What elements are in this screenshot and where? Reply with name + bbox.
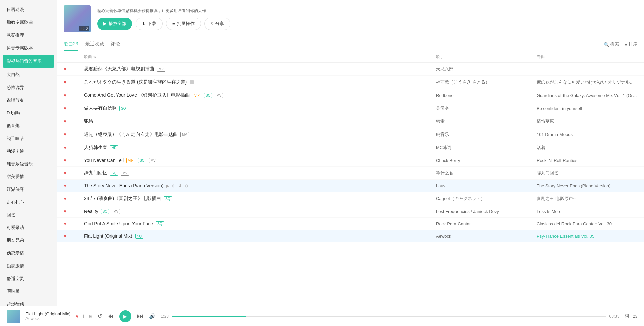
like-icon-7[interactable]: ♥ xyxy=(64,145,66,150)
lyrics-icon[interactable]: 词 xyxy=(625,313,629,319)
sidebar-item-rap[interactable]: 说唱节奏 xyxy=(0,94,57,107)
like-icon-1[interactable]: ♥ xyxy=(64,66,66,72)
sidebar-item-fake-love[interactable]: 伪恋爱情 xyxy=(0,247,57,260)
like-icon-14[interactable]: ♥ xyxy=(64,233,66,239)
tab-recent[interactable]: 最近收藏 xyxy=(85,38,104,51)
song-title-area-1: 思君黯然《天龙八部》电视剧插曲 MV xyxy=(84,66,436,72)
loop-button[interactable]: ↺ xyxy=(98,313,102,319)
sidebar-item-sweet[interactable]: 甜美爱情 xyxy=(0,170,57,183)
song-number-7: ♥ xyxy=(64,145,84,150)
sidebar-item-horror[interactable]: 恐怖诡异 xyxy=(0,81,57,94)
table-row[interactable]: ♥ 24 / 7 (演奏曲)《喜剧之王》电影插曲 SQ Cagnet（キャグネッ… xyxy=(57,192,644,205)
play-pause-button[interactable]: ▶ xyxy=(119,310,131,322)
total-time: 08:33 xyxy=(609,314,620,319)
song-artist-2: 神前暁（こうさき さとる） xyxy=(436,79,537,85)
song-title-area-3: Come And Get Your Love 《银河护卫队》电影插曲 VIPSQ… xyxy=(84,92,436,98)
table-row[interactable]: ♥ これがオタクの生きる道 (这是御宅族的生存之道) E 神前暁（こうさき さと… xyxy=(57,76,644,89)
sidebar-item-tongue[interactable]: 绕舌嘻哈 xyxy=(0,132,57,145)
song-artist-8: Chuck Berry xyxy=(436,158,537,163)
sidebar-item-wuxia[interactable]: 江湖侠客 xyxy=(0,183,57,196)
table-row[interactable]: ♥ 思君黯然《天龙八部》电视剧插曲 MV 天龙八部 xyxy=(57,63,644,76)
sidebar-item-deep[interactable]: 超燃律感 xyxy=(0,298,57,306)
table-row[interactable]: ♥ 遇见（钢琴版）《向左走向右走》电影主题曲 MV 纯音乐 101 Drama … xyxy=(57,128,644,141)
download-button[interactable]: ⬇ 下载 xyxy=(136,18,163,30)
album-description: 精心完善歌单信息有机会获得推荐，让更多用户看到你的大作 xyxy=(97,8,637,14)
like-icon-5[interactable]: ♥ xyxy=(64,119,66,124)
table-row[interactable]: ♥ Come And Get Your Love 《银河护卫队》电影插曲 VIP… xyxy=(57,89,644,102)
table-row[interactable]: ♥ You Never Can Tell VIPSQMV Chuck Berry… xyxy=(57,154,644,167)
like-icon-10[interactable]: ♥ xyxy=(64,183,66,188)
song-title-11: 24 / 7 (演奏曲)《喜剧之王》电影插曲 xyxy=(84,196,161,202)
song-title-2: これがオタクの生きる道 (这是御宅族的生存之道) xyxy=(84,79,187,85)
song-album-14[interactable]: Psy-Trance Essentials Vol. 05 xyxy=(537,234,637,239)
tab-songs[interactable]: 歌曲23 xyxy=(64,38,78,51)
sidebar-item-film-bgm[interactable]: 影视热门背景音乐 xyxy=(3,55,54,68)
playlist-count[interactable]: 23 xyxy=(633,314,637,319)
song-artist-14: Aewock xyxy=(436,234,537,239)
tabs-bar: 歌曲23 最近收藏 评论 🔍 搜索 ≡ 排序 xyxy=(57,38,644,51)
row-play-icon[interactable]: ▶ xyxy=(166,183,169,188)
table-row[interactable]: ♥ Flat Light (Original Mix) SQ Aewock Ps… xyxy=(57,230,644,242)
player-like-icon[interactable]: ♥ xyxy=(76,314,78,319)
sidebar-item-easy[interactable]: 纯音乐轻音乐 xyxy=(0,158,57,170)
sidebar-item-dj[interactable]: DJ混响 xyxy=(0,107,57,119)
sidebar-item-comfort[interactable]: 舒适空灵 xyxy=(0,272,57,285)
sidebar-item-study[interactable]: 胎教专属歌曲 xyxy=(0,16,57,29)
row-download-icon[interactable]: ⬇ xyxy=(178,183,182,188)
table-row[interactable]: ♥ 犯错 韩雷 情笛草原 xyxy=(57,115,644,128)
tab-comments[interactable]: 评论 xyxy=(111,38,120,51)
share-button[interactable]: ⎋ 分享 xyxy=(204,18,230,30)
sidebar-item-nature[interactable]: 大自然 xyxy=(0,68,57,81)
like-icon-4[interactable]: ♥ xyxy=(64,106,66,111)
table-row[interactable]: ♥ 辞九门回忆 SQMV 等什么君 辞九门回忆 xyxy=(57,167,644,180)
song-album-7: 活着 xyxy=(537,145,637,151)
table-row[interactable]: ♥ Reality SQMV Lost Frequencies / Janiec… xyxy=(57,205,644,218)
like-icon-13[interactable]: ♥ xyxy=(64,221,66,226)
table-row[interactable]: ♥ The Story Never Ends (Piano Version) ▶… xyxy=(57,180,644,192)
sidebar-item-cute[interactable]: 可爱呆萌 xyxy=(0,221,57,234)
song-list: ♥ 思君黯然《天龙八部》电视剧插曲 MV 天龙八部 ♥ これがオタクの生きる道 … xyxy=(57,63,644,306)
player-download-icon[interactable]: ⬇ xyxy=(82,314,86,319)
row-more-icon[interactable]: ⊖ xyxy=(185,183,189,188)
song-title-area-14: Flat Light (Original Mix) SQ xyxy=(84,233,436,239)
like-icon-9[interactable]: ♥ xyxy=(64,170,66,176)
like-icon-8[interactable]: ♥ xyxy=(64,158,66,163)
song-number-10: ♥ xyxy=(64,183,84,188)
volume-button[interactable]: 🔊 xyxy=(149,313,156,319)
row-add-icon[interactable]: ⊕ xyxy=(172,183,176,188)
song-title-5: 犯错 xyxy=(84,118,93,124)
sidebar-item-memories[interactable]: 回忆 xyxy=(0,209,57,221)
sidebar-item-cartoon[interactable]: 动漫卡通 xyxy=(0,145,57,158)
batch-button[interactable]: ≡ 批量操作 xyxy=(166,18,201,30)
like-icon-2[interactable]: ♥ xyxy=(64,79,66,85)
table-row[interactable]: ♥ 做人要有自信啊 SQ 吴司令 Be confident in yoursel… xyxy=(57,102,644,115)
player-add-icon[interactable]: ⊕ xyxy=(88,314,92,319)
sidebar-item-version[interactable]: 唢呐版 xyxy=(0,285,57,298)
tab-actions: 🔍 搜索 ≡ 排序 xyxy=(604,41,637,47)
like-icon-3[interactable]: ♥ xyxy=(64,93,66,98)
like-icon-12[interactable]: ♥ xyxy=(64,209,66,214)
song-album-10: The Story Never Ends (Piano Version) xyxy=(537,183,637,188)
table-row[interactable]: ♥ God Put A Smile Upon Your Face SQ Rock… xyxy=(57,218,644,230)
sidebar-item-anime[interactable]: 日语动漫 xyxy=(0,3,57,16)
next-button[interactable]: ⏭ xyxy=(137,312,144,320)
download-icon: ⬇ xyxy=(142,21,146,26)
sidebar-item-bass[interactable]: 低音炮 xyxy=(0,119,57,132)
sort-tab-button[interactable]: ≡ 排序 xyxy=(625,41,637,47)
sidebar-item-mystery[interactable]: 悬疑推理 xyxy=(0,29,57,42)
sidebar-item-friends[interactable]: 朋友兄弟 xyxy=(0,234,57,247)
song-artist-7: MC韩词 xyxy=(436,145,537,151)
prev-button[interactable]: ⏮ xyxy=(107,312,114,320)
search-tab-button[interactable]: 🔍 搜索 xyxy=(604,41,619,47)
play-all-button[interactable]: ▶ 播放全部 xyxy=(97,18,132,30)
like-icon-6[interactable]: ♥ xyxy=(64,132,66,137)
song-title-area-6: 遇见（钢琴版）《向左走向右走》电影主题曲 MV xyxy=(84,131,436,138)
table-row[interactable]: ♥ 人猫韩生宣 HD MC韩词 活着 xyxy=(57,141,644,154)
sidebar-item-tiktok[interactable]: 抖音专属版本 xyxy=(0,42,57,54)
sidebar-item-heal[interactable]: 走心扎心 xyxy=(0,196,57,209)
like-icon-11[interactable]: ♥ xyxy=(64,196,66,201)
sidebar-item-励志[interactable]: 励志激情 xyxy=(0,260,57,272)
song-artist-9: 等什么君 xyxy=(436,170,537,176)
progress-bar[interactable] xyxy=(172,316,606,317)
song-title-area-7: 人猫韩生宣 HD xyxy=(84,145,436,151)
